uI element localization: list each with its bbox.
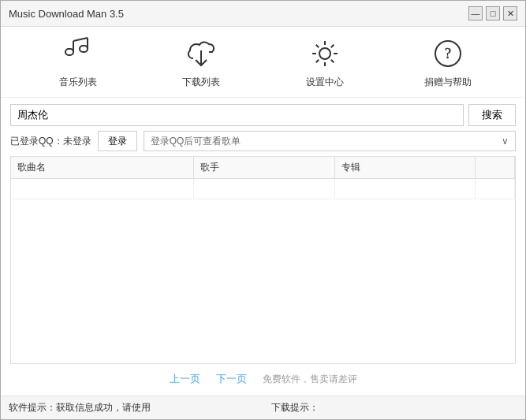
table-header-song: 歌曲名: [11, 157, 194, 178]
download-list-icon: [182, 35, 220, 72]
playlist-dropdown[interactable]: 登录QQ后可查看歌单 ∨: [144, 131, 516, 151]
close-button[interactable]: ✕: [503, 6, 517, 20]
content-area: 搜索 已登录QQ：未登录 登录 登录QQ后可查看歌单 ∨ 歌曲名 歌手 专辑: [1, 98, 525, 396]
search-input[interactable]: [10, 104, 464, 126]
table-header-artist: 歌手: [194, 157, 334, 178]
minimize-button[interactable]: —: [468, 6, 483, 20]
table-header-album: 专辑: [335, 157, 476, 178]
prev-page-button[interactable]: 上一页: [170, 372, 200, 386]
svg-rect-0: [65, 49, 73, 55]
window-controls: — □ ✕: [468, 6, 517, 20]
svg-text:?: ?: [445, 46, 451, 61]
toolbar-item-music-list[interactable]: 音乐列表: [50, 35, 106, 89]
svg-point-6: [319, 48, 330, 59]
toolbar-label-music-list: 音乐列表: [59, 76, 97, 89]
table-row: [11, 179, 515, 199]
download-tip: 下载提示：: [271, 401, 518, 414]
login-status-label: 已登录QQ：未登录: [10, 135, 91, 148]
svg-line-4: [73, 38, 88, 41]
toolbar-label-donate-help: 捐赠与帮助: [424, 76, 472, 89]
toolbar-label-settings: 设置中心: [306, 76, 344, 89]
settings-icon: [306, 35, 344, 72]
pagination-row: 上一页 下一页 免费软件，售卖请差评: [10, 369, 516, 389]
song-table: 歌曲名 歌手 专辑: [10, 156, 516, 364]
window-title: Music Download Man 3.5: [9, 8, 468, 20]
donate-help-icon: ?: [429, 35, 467, 72]
table-body: [11, 179, 515, 363]
status-bar: 软件提示：获取信息成功，请使用 下载提示：: [1, 396, 525, 419]
maximize-button[interactable]: □: [486, 6, 500, 20]
software-tip: 软件提示：获取信息成功，请使用: [9, 401, 256, 414]
table-header-action: [476, 157, 515, 178]
free-software-text: 免费软件，售卖请差评: [263, 373, 357, 386]
dropdown-arrow-icon: ∨: [502, 136, 509, 147]
toolbar-item-settings[interactable]: 设置中心: [297, 35, 353, 89]
login-row: 已登录QQ：未登录 登录 登录QQ后可查看歌单 ∨: [10, 131, 516, 151]
login-button[interactable]: 登录: [98, 131, 137, 151]
toolbar: 音乐列表 下载列表 设置中心: [1, 27, 525, 98]
main-window: Music Download Man 3.5 — □ ✕ 音乐列表: [0, 0, 526, 420]
table-header: 歌曲名 歌手 专辑: [11, 157, 515, 179]
title-bar: Music Download Man 3.5 — □ ✕: [1, 1, 525, 27]
search-button[interactable]: 搜索: [468, 104, 516, 126]
toolbar-item-donate-help[interactable]: ? 捐赠与帮助: [420, 35, 476, 89]
next-page-button[interactable]: 下一页: [216, 372, 247, 386]
toolbar-item-download-list[interactable]: 下载列表: [173, 35, 229, 89]
search-row: 搜索: [10, 104, 516, 126]
svg-rect-1: [80, 46, 88, 52]
music-list-icon: [59, 35, 97, 72]
toolbar-label-download-list: 下载列表: [182, 76, 220, 89]
